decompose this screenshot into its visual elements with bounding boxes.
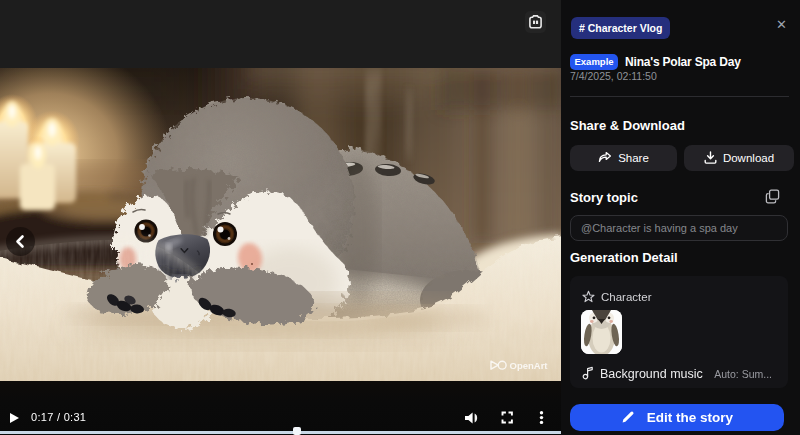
svg-text:OpenArt: OpenArt bbox=[510, 360, 549, 371]
